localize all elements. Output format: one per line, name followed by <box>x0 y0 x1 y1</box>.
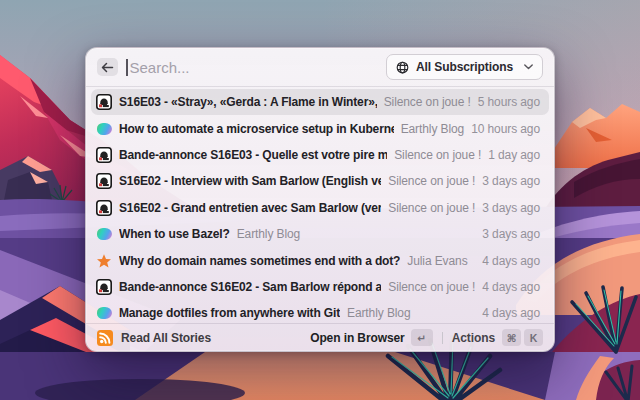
footer-bar: Read All Stories Open in Browser ↵ Actio… <box>86 323 554 351</box>
silence-on-joue-favicon-icon <box>96 147 112 163</box>
star-icon <box>96 253 112 269</box>
search-input[interactable] <box>130 59 387 76</box>
story-feed-name: Julia Evans <box>407 254 467 268</box>
k-key-icon: K <box>524 329 543 346</box>
launcher-window: All Subscriptions S16E03 - «Stray», «Ger… <box>85 47 555 352</box>
silence-on-joue-favicon-icon <box>96 94 112 110</box>
story-timestamp: 5 hours ago <box>478 95 540 109</box>
text-cursor <box>126 59 128 76</box>
command-key-icon: ⌘ <box>502 329 521 346</box>
list-item[interactable]: Bande-annonce S16E03 - Quelle est votre … <box>91 142 549 168</box>
rss-icon <box>97 330 113 346</box>
story-title: Bande-annonce S16E02 - Sam Barlow répond… <box>119 280 381 294</box>
story-feed-name: Silence on joue ! <box>388 174 475 188</box>
story-feed-name: Silence on joue ! <box>384 95 471 109</box>
story-title: How to automate a microservice setup in … <box>119 122 394 136</box>
story-timestamp: 1 day ago <box>488 148 540 162</box>
earthly-favicon-icon <box>96 305 112 321</box>
return-key-icon: ↵ <box>411 329 433 346</box>
globe-icon <box>396 61 409 74</box>
story-feed-name: Earthly Blog <box>401 122 465 136</box>
desktop: All Subscriptions S16E03 - «Stray», «Ger… <box>0 0 640 400</box>
story-timestamp: 10 hours ago <box>471 122 540 136</box>
story-feed-name: Earthly Blog <box>347 306 411 320</box>
story-title: S16E02 - Interview with Sam Barlow (Engl… <box>119 174 381 188</box>
story-feed-name: Silence on joue ! <box>388 280 475 294</box>
list-item[interactable]: Bande-annonce S16E02 - Sam Barlow répond… <box>91 274 549 300</box>
earthly-favicon-icon <box>96 226 112 242</box>
list-item[interactable]: Why do domain names sometimes end with a… <box>91 247 549 273</box>
footer-divider <box>442 332 443 344</box>
silence-on-joue-favicon-icon <box>96 200 112 216</box>
list-item[interactable]: Manage dotfiles from anywhere with Git E… <box>91 300 549 323</box>
story-feed-name: Silence on joue ! <box>388 201 475 215</box>
story-timestamp: 3 days ago <box>482 174 540 188</box>
actions-button[interactable]: Actions <box>452 331 495 345</box>
list-item[interactable]: When to use Bazel? Earthly Blog 3 days a… <box>91 221 549 247</box>
story-timestamp: 3 days ago <box>482 201 540 215</box>
story-title: Why do domain names sometimes end with a… <box>119 254 400 268</box>
story-timestamp: 4 days ago <box>482 306 540 320</box>
story-title: S16E02 - Grand entretien avec Sam Barlow… <box>119 201 381 215</box>
story-timestamp: 4 days ago <box>482 254 540 268</box>
list-item[interactable]: S16E02 - Interview with Sam Barlow (Engl… <box>91 168 549 194</box>
back-button[interactable] <box>97 58 118 76</box>
story-feed-name: Earthly Blog <box>237 227 301 241</box>
back-arrow-icon <box>101 62 114 73</box>
search-header: All Subscriptions <box>86 48 554 87</box>
earthly-favicon-icon <box>96 121 112 137</box>
story-title: Manage dotfiles from anywhere with Git <box>119 306 340 320</box>
story-title: When to use Bazel? <box>119 227 230 241</box>
chevron-down-icon <box>524 64 533 70</box>
list-item[interactable]: S16E03 - «Stray», «Gerda : A Flame in Wi… <box>91 89 549 115</box>
silence-on-joue-favicon-icon <box>96 279 112 295</box>
subscriptions-dropdown-label: All Subscriptions <box>416 60 513 74</box>
story-list: S16E03 - «Stray», «Gerda : A Flame in Wi… <box>86 87 554 323</box>
list-item[interactable]: How to automate a microservice setup in … <box>91 115 549 141</box>
story-timestamp: 4 days ago <box>482 280 540 294</box>
silence-on-joue-favicon-icon <box>96 173 112 189</box>
story-feed-name: Silence on joue ! <box>394 148 481 162</box>
story-timestamp: 3 days ago <box>482 227 540 241</box>
list-item[interactable]: S16E02 - Grand entretien avec Sam Barlow… <box>91 195 549 221</box>
footer-actions: Open in Browser ↵ Actions ⌘ K <box>310 329 543 346</box>
subscriptions-dropdown[interactable]: All Subscriptions <box>386 54 543 80</box>
story-title: S16E03 - «Stray», «Gerda : A Flame in Wi… <box>119 95 377 109</box>
open-in-browser-button[interactable]: Open in Browser <box>310 331 405 345</box>
read-all-stories-label: Read All Stories <box>121 331 211 345</box>
story-title: Bande-annonce S16E03 - Quelle est votre … <box>119 148 387 162</box>
